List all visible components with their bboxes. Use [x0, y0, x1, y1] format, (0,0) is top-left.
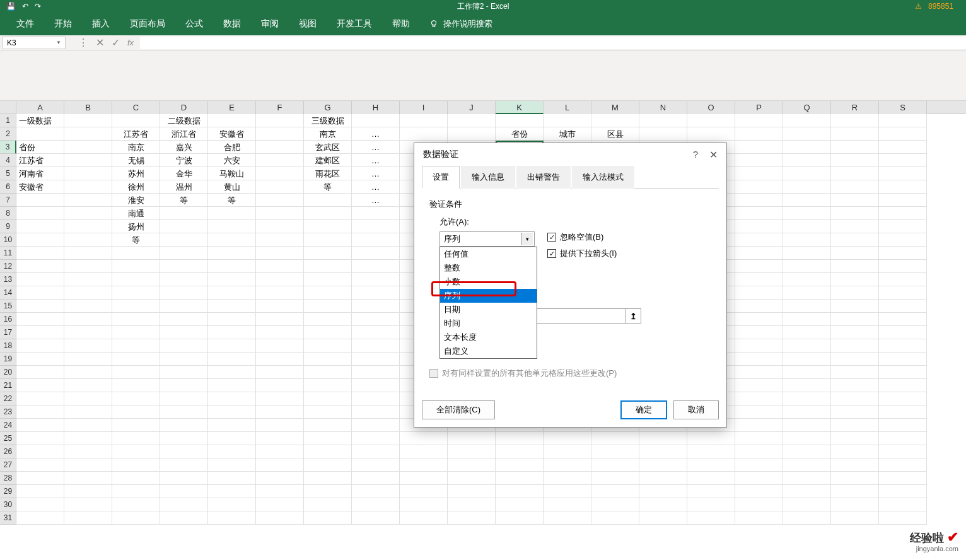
- cell-R19[interactable]: [831, 353, 879, 366]
- cell-B26[interactable]: [64, 445, 112, 458]
- cell-C3[interactable]: 南京: [112, 141, 160, 154]
- cell-P19[interactable]: [735, 353, 783, 366]
- cancel-button[interactable]: 取消: [673, 400, 719, 419]
- cell-E27[interactable]: [208, 458, 256, 472]
- cell-M27[interactable]: [591, 458, 639, 472]
- cell-F11[interactable]: [256, 247, 304, 260]
- cell-G6[interactable]: 等: [304, 180, 352, 194]
- cell-B2[interactable]: [64, 127, 112, 141]
- cell-C4[interactable]: 无锡: [112, 154, 160, 167]
- cell-G26[interactable]: [304, 445, 352, 458]
- cell-D18[interactable]: [160, 339, 208, 353]
- cell-P20[interactable]: [735, 366, 783, 379]
- cell-Q4[interactable]: [783, 154, 831, 167]
- cell-C24[interactable]: [112, 419, 160, 432]
- cell-A15[interactable]: [16, 300, 64, 313]
- row-header-4[interactable]: 4: [0, 154, 16, 167]
- cell-D20[interactable]: [160, 366, 208, 379]
- cell-I29[interactable]: [400, 485, 448, 498]
- row-header-15[interactable]: 15: [0, 300, 16, 313]
- cell-B21[interactable]: [64, 379, 112, 392]
- cell-A11[interactable]: [16, 247, 64, 260]
- cell-F16[interactable]: [256, 313, 304, 326]
- cell-Q25[interactable]: [783, 432, 831, 445]
- cell-J31[interactable]: [448, 511, 496, 525]
- cell-C21[interactable]: [112, 379, 160, 392]
- dropdown-option-date[interactable]: 日期: [440, 303, 537, 317]
- dropdown-option-textlen[interactable]: 文本长度: [440, 330, 537, 344]
- cell-R25[interactable]: [831, 432, 879, 445]
- cell-P31[interactable]: [735, 511, 783, 525]
- cell-R7[interactable]: [831, 194, 879, 207]
- cell-S2[interactable]: [879, 127, 927, 141]
- cell-H21[interactable]: [352, 379, 400, 392]
- ribbon-tab-data[interactable]: 数据: [213, 13, 251, 35]
- cell-R29[interactable]: [831, 485, 879, 498]
- cell-O25[interactable]: [687, 432, 735, 445]
- cell-H5[interactable]: …: [352, 167, 400, 180]
- cell-P16[interactable]: [735, 313, 783, 326]
- cell-A26[interactable]: [16, 445, 64, 458]
- cell-G16[interactable]: [304, 313, 352, 326]
- cell-G8[interactable]: [304, 207, 352, 220]
- cell-D5[interactable]: 金华: [160, 167, 208, 180]
- cell-S20[interactable]: [879, 366, 927, 379]
- cell-S22[interactable]: [879, 392, 927, 405]
- cell-M28[interactable]: [591, 472, 639, 485]
- cell-D2[interactable]: 浙江省: [160, 127, 208, 141]
- cell-F29[interactable]: [256, 485, 304, 498]
- cell-E5[interactable]: 马鞍山: [208, 167, 256, 180]
- cell-Q18[interactable]: [783, 339, 831, 353]
- cell-F26[interactable]: [256, 445, 304, 458]
- cell-E14[interactable]: [208, 286, 256, 300]
- col-header-F[interactable]: F: [256, 101, 304, 114]
- col-header-O[interactable]: O: [687, 101, 735, 114]
- cell-K1[interactable]: [496, 114, 544, 127]
- cell-A16[interactable]: [16, 313, 64, 326]
- cell-B31[interactable]: [64, 511, 112, 525]
- ribbon-tab-layout[interactable]: 页面布局: [120, 13, 175, 35]
- formula-input[interactable]: [140, 37, 966, 49]
- cell-L30[interactable]: [544, 498, 591, 511]
- cell-E17[interactable]: [208, 326, 256, 339]
- cell-E13[interactable]: [208, 273, 256, 286]
- cell-R30[interactable]: [831, 498, 879, 511]
- cell-I2[interactable]: [400, 127, 448, 141]
- cell-R31[interactable]: [831, 511, 879, 525]
- cell-C17[interactable]: [112, 326, 160, 339]
- cell-L29[interactable]: [544, 485, 591, 498]
- cell-G3[interactable]: 玄武区: [304, 141, 352, 154]
- cell-P1[interactable]: [735, 114, 783, 127]
- cell-C14[interactable]: [112, 286, 160, 300]
- cell-H29[interactable]: [352, 485, 400, 498]
- cell-P2[interactable]: [735, 127, 783, 141]
- cell-R2[interactable]: [831, 127, 879, 141]
- cell-R28[interactable]: [831, 472, 879, 485]
- cell-J1[interactable]: [448, 114, 496, 127]
- cell-B30[interactable]: [64, 498, 112, 511]
- cell-S5[interactable]: [879, 167, 927, 180]
- redo-icon[interactable]: ↷: [35, 2, 41, 11]
- cell-R1[interactable]: [831, 114, 879, 127]
- cell-G20[interactable]: [304, 366, 352, 379]
- cell-C16[interactable]: [112, 313, 160, 326]
- cell-P21[interactable]: [735, 379, 783, 392]
- cell-D19[interactable]: [160, 353, 208, 366]
- cell-J25[interactable]: [448, 432, 496, 445]
- cell-I26[interactable]: [400, 445, 448, 458]
- cell-P9[interactable]: [735, 220, 783, 233]
- cell-L27[interactable]: [544, 458, 591, 472]
- cell-C13[interactable]: [112, 273, 160, 286]
- cell-G23[interactable]: [304, 405, 352, 419]
- cell-Q14[interactable]: [783, 286, 831, 300]
- cell-Q12[interactable]: [783, 260, 831, 273]
- cell-H17[interactable]: [352, 326, 400, 339]
- cell-H9[interactable]: [352, 220, 400, 233]
- cell-F7[interactable]: [256, 194, 304, 207]
- cell-D12[interactable]: [160, 260, 208, 273]
- cell-I31[interactable]: [400, 511, 448, 525]
- row-header-6[interactable]: 6: [0, 180, 16, 194]
- cell-O2[interactable]: [687, 127, 735, 141]
- ribbon-tab-home[interactable]: 开始: [44, 13, 82, 35]
- cell-S25[interactable]: [879, 432, 927, 445]
